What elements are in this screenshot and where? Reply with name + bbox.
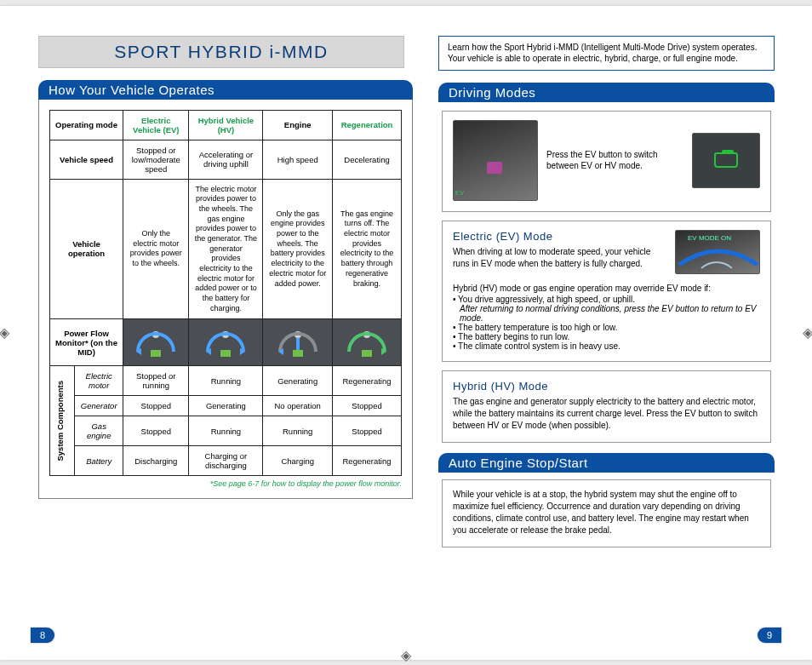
th-hv: Hybrid Vehicle (HV): [189, 110, 263, 140]
registration-mark-bottom-icon: [398, 648, 414, 663]
op-hv: The electric motor provides power to the…: [189, 179, 263, 319]
th-engine: Engine: [263, 110, 333, 140]
auto-engine-box: While your vehicle is at a stop, the hyb…: [442, 479, 771, 547]
gas-hv: Running: [189, 416, 263, 446]
bat-regen: Regenerating: [333, 446, 402, 476]
th-ev: Electric Vehicle (EV): [123, 110, 189, 140]
row-generator: Generator: [75, 396, 123, 416]
ev-bullet-0: You drive aggressively, at high speed, o…: [453, 295, 760, 323]
gas-eng: Running: [263, 416, 333, 446]
em-eng: Generating: [263, 366, 333, 396]
ev-override-list: You drive aggressively, at high speed, o…: [453, 295, 760, 351]
svg-rect-3: [151, 350, 161, 357]
ev-bullet-2: The battery begins to run low.: [453, 332, 760, 341]
operates-panel: Operating mode Electric Vehicle (EV) Hyb…: [38, 100, 413, 500]
gen-hv: Generating: [189, 396, 263, 416]
car-ev-icon: [714, 152, 738, 168]
em-ev: Stopped or running: [123, 366, 189, 396]
gen-eng: No operation: [263, 396, 333, 416]
gen-regen: Stopped: [333, 396, 402, 416]
registration-mark-right-icon: [800, 325, 812, 341]
hv-mode-title: Hybrid (HV) Mode: [453, 380, 760, 393]
speed-ev: Stopped or low/moderate speed: [123, 140, 189, 179]
em-hv: Running: [189, 366, 263, 396]
bat-hv: Charging or discharging: [189, 446, 263, 476]
section-auto-engine: Auto Engine Stop/Start: [438, 453, 775, 473]
speed-regen: Decelerating: [333, 140, 402, 179]
speed-eng: High speed: [263, 140, 333, 179]
em-regen: Regenerating: [333, 366, 402, 396]
intro-box: Learn how the Sport Hybrid i-MMD (Intell…: [438, 36, 775, 71]
row-battery: Battery: [75, 446, 123, 476]
right-page: Learn how the Sport Hybrid i-MMD (Intell…: [438, 36, 775, 630]
power-flow-footnote: *See page 6-7 for how to display the pow…: [49, 479, 402, 488]
shifter-photo: EV: [453, 120, 538, 201]
row-gas: Gas engine: [75, 416, 123, 446]
gen-ev: Stopped: [123, 396, 189, 416]
svg-rect-8: [220, 350, 231, 357]
svg-rect-17: [362, 350, 372, 357]
row-speed-label: Vehicle speed: [50, 140, 123, 179]
pf-regen: [333, 319, 402, 366]
ev-dash-icon-photo: [692, 133, 760, 188]
page-number-right: 9: [758, 628, 781, 643]
row-elecmotor: Electric motor: [75, 366, 123, 396]
gas-ev: Stopped: [123, 416, 189, 446]
section-driving-modes: Driving Modes: [438, 83, 775, 102]
op-eng: Only the gas engine provides power to th…: [263, 179, 333, 319]
ev-mode-title: Electric (EV) Mode: [453, 230, 666, 243]
operating-modes-table: Operating mode Electric Vehicle (EV) Hyb…: [49, 110, 402, 477]
bat-ev: Discharging: [123, 446, 189, 476]
press-ev-text: Press the EV button to switch between EV…: [546, 149, 683, 172]
bat-eng: Charging: [263, 446, 333, 476]
page-number-left: 8: [31, 628, 54, 643]
op-ev: Only the electric motor provides power t…: [123, 179, 189, 319]
th-mode: Operating mode: [50, 110, 123, 140]
ev-indicator-photo: EV MODE ON: [675, 230, 760, 274]
th-regen: Regeneration: [333, 110, 402, 140]
ev-bullet-1: The battery temperature is too high or l…: [453, 323, 760, 332]
row-pf-label: Power Flow Monitor* (on the MID): [50, 319, 123, 366]
auto-engine-panel: While your vehicle is at a stop, the hyb…: [438, 473, 775, 547]
op-regen: The gas engine turns off. The electric m…: [333, 179, 402, 319]
page-spread: SPORT HYBRID i-MMD How Your Vehicle Oper…: [0, 6, 812, 660]
svg-rect-13: [293, 350, 303, 357]
ev-button-box: EV Press the EV button to switch between…: [442, 111, 771, 212]
driving-modes-panel: EV Press the EV button to switch between…: [438, 102, 775, 443]
ev-bullet-3: The climate control system is in heavy u…: [453, 341, 760, 351]
row-op-label: Vehicle operation: [50, 179, 123, 319]
registration-mark-left-icon: [0, 325, 12, 341]
ev-override-intro: Hybrid (HV) mode or gas engine operation…: [453, 283, 760, 295]
system-components-label: System Components: [50, 366, 75, 476]
gas-regen: Stopped: [333, 416, 402, 446]
ev-mode-box: Electric (EV) Mode When driving at low t…: [442, 221, 771, 362]
ev-mode-body: When driving at low to moderate speed, y…: [453, 246, 666, 270]
pf-hv: [189, 319, 263, 366]
auto-engine-body: While your vehicle is at a stop, the hyb…: [453, 489, 760, 536]
page-title: SPORT HYBRID i-MMD: [38, 36, 404, 68]
pf-ev: [123, 319, 189, 366]
ev-italic-note: After returning to normal driving condit…: [460, 304, 760, 323]
section-how-operates: How Your Vehicle Operates: [38, 80, 413, 100]
left-page: SPORT HYBRID i-MMD How Your Vehicle Oper…: [38, 36, 413, 630]
hv-mode-box: Hybrid (HV) Mode The gas engine and gene…: [442, 370, 771, 443]
speed-hv: Accelerating or driving uphill: [189, 140, 263, 179]
pf-eng: [263, 319, 333, 366]
hv-mode-body: The gas engine and generator supply elec…: [453, 396, 760, 432]
